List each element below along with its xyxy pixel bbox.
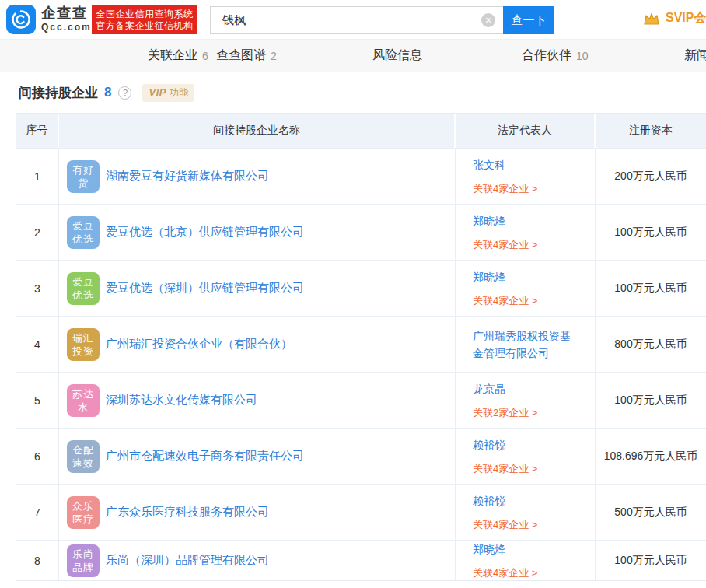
capital-value: 500万元人民币 <box>596 485 706 540</box>
legal-rep-link[interactable]: 龙京晶 <box>473 380 577 397</box>
company-logo-icon: 乐尚品牌 <box>67 544 100 577</box>
brand-domain: Qcc.com <box>41 22 92 33</box>
table-row: 6 仓配速效 广州市仓配速效电子商务有限责任公司 赖裕锐 关联4家企业 > 10… <box>16 428 706 484</box>
company-link[interactable]: 深圳苏达水文化传媒有限公司 <box>106 393 257 408</box>
legal-rep-link[interactable]: 广州瑞秀股权投资基金管理有限公司 <box>473 327 577 362</box>
row-index: 2 <box>16 205 59 260</box>
company-link[interactable]: 乐尚（深圳）品牌管理有限公司 <box>106 553 269 568</box>
table-row: 3 爱豆优选 爱豆优选（深圳）供应链管理有限公司 郑晓烽 关联4家企业 > 10… <box>16 260 706 316</box>
row-index: 7 <box>16 485 59 540</box>
legal-rep-link[interactable]: 赖裕锐 <box>473 436 577 453</box>
company-link[interactable]: 广东众乐医疗科技服务有限公司 <box>106 505 269 520</box>
capital-value: 100万元人民币 <box>596 541 706 580</box>
section-header: 间接持股企业 8 ? VIP功能 <box>0 72 706 113</box>
svip-label: SVIP会员 <box>666 10 706 26</box>
search-bar: ✕ 查一下 <box>210 6 554 34</box>
legal-rep-link[interactable]: 郑晓烽 <box>473 268 577 285</box>
vip-feature-badge[interactable]: VIP功能 <box>142 84 194 102</box>
search-button[interactable]: 查一下 <box>503 6 554 34</box>
assoc-link[interactable]: 关联2家企业 > <box>473 406 595 420</box>
assoc-link[interactable]: 关联4家企业 > <box>473 294 595 308</box>
brand-name: 企查查 <box>41 5 92 22</box>
gov-badge-line2: 官方备案企业征信机构 <box>96 20 194 32</box>
capital-value: 100万元人民币 <box>596 373 706 428</box>
capital-value: 108.696万元人民币 <box>596 429 706 484</box>
column-header-capital: 注册资本 <box>596 114 706 148</box>
tab-news[interactable]: 新闻 <box>684 40 706 72</box>
assoc-link[interactable]: 关联4家企业 > <box>473 238 595 252</box>
row-index: 5 <box>16 373 59 428</box>
vip-badge-vip: VIP <box>149 86 166 98</box>
legal-rep-link[interactable]: 郑晓烽 <box>473 541 577 558</box>
tab-label: 合作伙伴 <box>522 47 571 64</box>
table-row: 8 乐尚品牌 乐尚（深圳）品牌管理有限公司 郑晓烽 关联4家企业 > 100万元… <box>16 540 706 580</box>
company-logo-icon: 爱豆优选 <box>67 272 100 305</box>
indirect-holdings-table: 序号 间接持股企业名称 法定代表人 注册资本 1 有好货 湖南爱豆有好货新媒体有… <box>16 113 706 581</box>
search-input[interactable] <box>210 6 503 34</box>
column-header-company: 间接持股企业名称 <box>59 114 456 148</box>
gov-badge-line1: 全国企业信用查询系统 <box>96 9 194 20</box>
row-index: 8 <box>16 541 59 580</box>
company-link[interactable]: 广州瑞汇投资合伙企业（有限合伙） <box>106 337 292 352</box>
top-bar: 企查查 Qcc.com 全国企业信用查询系统 官方备案企业征信机构 ✕ 查一下 … <box>0 0 706 39</box>
assoc-link[interactable]: 关联4家企业 > <box>473 462 595 476</box>
vip-badge-label: 功能 <box>170 87 188 98</box>
assoc-link[interactable]: 关联4家企业 > <box>473 566 595 580</box>
clear-search-icon[interactable]: ✕ <box>481 13 495 27</box>
tab-label: 风险信息 <box>372 47 422 64</box>
column-header-index: 序号 <box>16 114 59 148</box>
tab-count: 6 <box>202 50 208 62</box>
company-logo-icon: 有好货 <box>67 160 100 193</box>
legal-rep-link[interactable]: 郑晓烽 <box>473 212 577 229</box>
tab-count: 2 <box>271 50 277 62</box>
company-logo-icon: 苏达水 <box>67 384 100 417</box>
brand-block[interactable]: 企查查 Qcc.com <box>41 5 92 33</box>
company-logo-icon: 仓配速效 <box>67 440 100 473</box>
row-index: 4 <box>16 317 59 372</box>
table-row: 7 众乐医疗 广东众乐医疗科技服务有限公司 赖裕锐 关联4家企业 > 500万元… <box>16 484 706 540</box>
company-link[interactable]: 广州市仓配速效电子商务有限责任公司 <box>106 449 304 464</box>
assoc-link[interactable]: 关联4家企业 > <box>473 182 595 196</box>
gov-certification-badge: 全国企业信用查询系统 官方备案企业征信机构 <box>92 5 197 34</box>
tab-label: 关联企业 <box>148 47 197 64</box>
capital-value: 100万元人民币 <box>596 205 706 260</box>
company-link[interactable]: 湖南爱豆有好货新媒体有限公司 <box>106 169 269 184</box>
qcc-logo-icon[interactable] <box>6 5 36 34</box>
svip-entry[interactable]: SVIP会员 <box>642 10 706 26</box>
company-link[interactable]: 爱豆优选（北京）供应链管理有限公司 <box>106 225 304 240</box>
table-row: 4 瑞汇投资 广州瑞汇投资合伙企业（有限合伙） 广州瑞秀股权投资基金管理有限公司… <box>16 316 706 372</box>
tab-chacha-graph[interactable]: 查查图谱 2 <box>216 40 277 72</box>
legal-rep-link[interactable]: 赖裕锐 <box>473 492 577 509</box>
table-row: 5 苏达水 深圳苏达水文化传媒有限公司 龙京晶 关联2家企业 > 100万元人民… <box>16 372 706 428</box>
section-title: 间接持股企业 <box>19 84 98 102</box>
table-body: 1 有好货 湖南爱豆有好货新媒体有限公司 张文科 关联4家企业 > 200万元人… <box>16 148 706 580</box>
legal-rep-link[interactable]: 张文科 <box>473 156 577 173</box>
section-count: 8 <box>104 85 111 100</box>
help-icon[interactable]: ? <box>118 86 131 100</box>
company-link[interactable]: 爱豆优选（深圳）供应链管理有限公司 <box>106 281 304 296</box>
capital-value: 100万元人民币 <box>596 261 706 316</box>
table-row: 1 有好货 湖南爱豆有好货新媒体有限公司 张文科 关联4家企业 > 200万元人… <box>16 148 706 204</box>
table-row: 2 爱豆优选 爱豆优选（北京）供应链管理有限公司 郑晓烽 关联4家企业 > 10… <box>16 204 706 260</box>
company-logo-icon: 众乐医疗 <box>67 496 100 529</box>
assoc-link[interactable]: 关联4家企业 > <box>473 518 595 532</box>
tab-label: 查查图谱 <box>216 47 266 64</box>
row-index: 1 <box>16 149 59 204</box>
tab-label: 新闻 <box>684 47 706 64</box>
tab-nav: 关联企业 6 查查图谱 2 风险信息 合作伙伴 10 新闻 <box>0 39 706 72</box>
company-logo-icon: 瑞汇投资 <box>67 328 100 361</box>
row-index: 6 <box>16 429 59 484</box>
column-header-legal-rep: 法定代表人 <box>456 114 596 148</box>
tab-related-companies[interactable]: 关联企业 6 <box>148 40 208 72</box>
tab-risk-info[interactable]: 风险信息 <box>372 40 427 72</box>
crown-icon <box>642 11 661 26</box>
table-header-row: 序号 间接持股企业名称 法定代表人 注册资本 <box>16 114 706 148</box>
capital-value: 200万元人民币 <box>596 149 706 204</box>
tab-partners[interactable]: 合作伙伴 10 <box>522 40 589 72</box>
row-index: 3 <box>16 261 59 316</box>
company-logo-icon: 爱豆优选 <box>67 216 100 249</box>
tab-count: 10 <box>576 50 589 62</box>
capital-value: 800万元人民币 <box>596 317 706 372</box>
